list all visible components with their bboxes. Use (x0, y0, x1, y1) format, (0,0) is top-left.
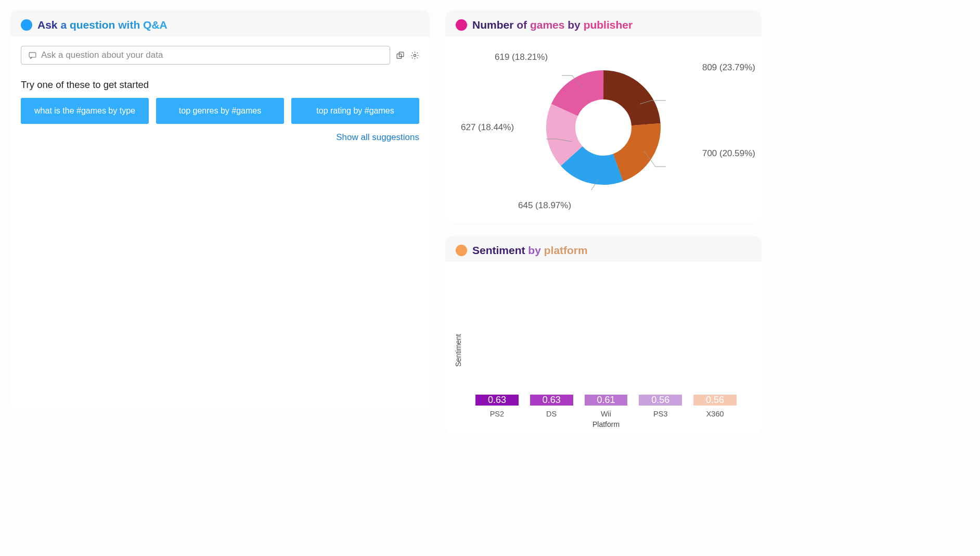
suggestions: what is the #games by type top genres by… (21, 98, 419, 124)
donut-chart: 809 (23.79%) 700 (20.59%) 645 (18.97%) 6… (450, 42, 756, 213)
show-all-link[interactable]: Show all suggestions (21, 132, 419, 143)
donut-label: 645 (18.97%) (518, 200, 571, 211)
svg-rect-0 (29, 52, 36, 57)
x-label: X360 (693, 410, 737, 418)
bar-chart: Sentiment 0.63 0.63 0.61 0.56 0.56 PS2 D… (450, 267, 756, 428)
qna-card: Ask a question with Q&A (10, 10, 430, 411)
x-label: PS2 (475, 410, 519, 418)
bar: 0.63 (475, 395, 519, 406)
chat-icon (28, 50, 37, 60)
donut-label: 700 (20.59%) (702, 148, 755, 159)
gear-icon[interactable] (410, 50, 419, 60)
donut-label: 627 (18.44%) (461, 122, 514, 133)
svg-point-3 (414, 54, 416, 56)
x-label: PS3 (639, 410, 682, 418)
x-label: DS (530, 410, 573, 418)
bar: 0.56 (693, 395, 737, 406)
qna-title: Ask a question with Q&A (10, 10, 430, 36)
donut-label: 619 (18.21%) (495, 52, 548, 62)
donut-card: Number of games by publisher (445, 10, 762, 223)
dot-icon (456, 19, 467, 31)
bar-title: Sentiment by platform (445, 236, 762, 262)
popout-icon[interactable] (395, 50, 405, 60)
x-axis-label: Platform (466, 420, 746, 428)
donut-title: Number of games by publisher (445, 10, 762, 36)
suggestion-button[interactable]: top rating by #games (291, 98, 419, 124)
donut-label: 809 (23.79%) (702, 62, 755, 73)
bar-card: Sentiment by platform Sentiment 0.63 0.6… (445, 236, 762, 435)
dot-icon (456, 245, 467, 256)
qna-search-box[interactable] (21, 46, 390, 65)
x-label: Wii (585, 410, 628, 418)
dot-icon (21, 19, 32, 31)
suggestion-button[interactable]: top genres by #games (156, 98, 284, 124)
bar: 0.61 (585, 395, 628, 406)
qna-input[interactable] (41, 50, 383, 60)
try-text: Try one of these to get started (21, 79, 419, 91)
y-axis-label: Sentiment (450, 272, 466, 428)
suggestion-button[interactable]: what is the #games by type (21, 98, 149, 124)
bar: 0.56 (639, 395, 682, 406)
bar: 0.63 (530, 395, 573, 406)
